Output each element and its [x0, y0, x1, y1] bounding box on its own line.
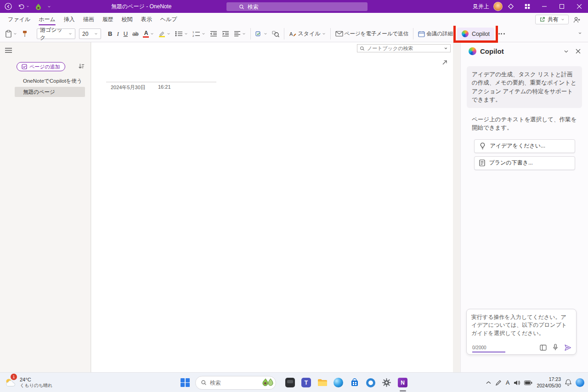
undo-icon[interactable] [18, 3, 29, 10]
strikethrough-button[interactable]: ab [130, 28, 141, 40]
notebook-search[interactable] [357, 44, 451, 52]
send-icon[interactable] [564, 344, 571, 351]
share-button[interactable]: 共有 [535, 15, 569, 24]
idea-icon [479, 142, 486, 150]
meeting-details-button[interactable]: 会議の詳細 [416, 28, 455, 40]
indent-button[interactable] [220, 28, 232, 40]
bell-icon[interactable] [565, 379, 571, 386]
settings-icon[interactable] [379, 374, 395, 392]
char-counter: 0/2000 [472, 345, 486, 350]
bullet-list-button[interactable] [173, 28, 190, 40]
share-label: 共有 [548, 16, 559, 23]
format-painter-button[interactable] [19, 28, 30, 40]
italic-button[interactable]: I [114, 28, 121, 40]
underline-button[interactable]: U [121, 28, 130, 40]
dark-app-icon[interactable] [282, 374, 298, 392]
prompt-guide-icon[interactable] [540, 345, 547, 351]
align-button[interactable] [232, 28, 248, 40]
avocado-icon[interactable] [35, 3, 41, 10]
navigation-menu-icon[interactable] [3, 45, 13, 55]
search-icon [360, 46, 365, 51]
apps-grid-icon[interactable] [524, 3, 531, 10]
expand-page-icon[interactable] [441, 59, 448, 66]
styles-label: スタイル [298, 30, 320, 38]
clock[interactable]: 17:23 2024/05/30 [537, 376, 561, 389]
battery-icon[interactable] [524, 381, 532, 385]
svg-text:1: 1 [192, 31, 194, 34]
titlebar-search-input[interactable] [248, 4, 344, 10]
prompt-card-draft[interactable]: プランの下書き... [474, 156, 575, 170]
tab-view[interactable]: 表示 [137, 13, 156, 26]
taskbar-search[interactable] [195, 376, 276, 390]
mic-icon[interactable] [553, 344, 558, 351]
onenote-icon[interactable]: N [395, 374, 411, 392]
page-list-item[interactable]: OneNoteでCopilotを使う [0, 75, 90, 86]
taskbar-apps: T N [282, 374, 411, 392]
tab-history[interactable]: 履歴 [98, 13, 118, 26]
font-name-select[interactable]: 游ゴシック [37, 28, 75, 39]
ribbon: 游ゴシック 20 B I U ab A 12 [0, 26, 588, 42]
start-button[interactable] [177, 375, 193, 391]
teams-icon[interactable]: T [298, 374, 314, 392]
font-color-button[interactable]: A [141, 28, 156, 40]
user-plus-icon[interactable] [571, 15, 582, 24]
collapse-ribbon-icon[interactable] [578, 31, 582, 35]
sort-pages-icon[interactable] [78, 63, 85, 69]
find-tags-button[interactable] [270, 28, 282, 40]
tab-home[interactable]: ホーム [34, 13, 60, 26]
tab-help[interactable]: ヘルプ [156, 13, 181, 26]
weather-widget[interactable]: 1 24°C くもりのち晴れ [3, 375, 55, 391]
maximize-button[interactable] [553, 0, 571, 13]
back-icon[interactable] [5, 3, 12, 10]
system-tray: A 17:23 2024/05/30 [486, 373, 584, 392]
ime-indicator[interactable]: A [506, 380, 509, 386]
styles-button[interactable]: A スタイル [287, 28, 328, 40]
store-icon[interactable] [346, 374, 362, 392]
font-size-select[interactable]: 20 [79, 28, 101, 39]
titlebar-search[interactable] [226, 2, 368, 11]
user-name[interactable]: 見并上 [473, 3, 489, 11]
prompt-card-idea[interactable]: アイデアをください... [474, 139, 575, 153]
copilot-badge-icon[interactable] [576, 378, 584, 387]
add-page-button[interactable]: ページの追加 [17, 62, 65, 71]
tab-insert[interactable]: 挿入 [60, 13, 79, 26]
outdent-button[interactable] [208, 28, 220, 40]
tab-review[interactable]: 校閲 [118, 13, 137, 26]
pen-icon[interactable] [495, 380, 502, 386]
close-icon[interactable] [576, 49, 581, 54]
user-avatar[interactable] [493, 2, 503, 11]
email-page-button[interactable]: ページを電子メールで送信 [333, 28, 411, 40]
copilot-input-textarea[interactable] [467, 309, 576, 337]
notebook-search-input[interactable] [367, 45, 441, 51]
more-options-button[interactable] [494, 33, 509, 34]
highlight-icon [158, 30, 165, 37]
diamond-icon[interactable] [508, 3, 514, 10]
file-explorer-icon[interactable] [314, 374, 330, 392]
copilot-ribbon-button[interactable]: Copilot [457, 28, 494, 40]
blue-app-icon[interactable] [362, 374, 379, 392]
note-canvas[interactable]: 2024年5月30日 16:21 [91, 42, 453, 372]
highlight-button[interactable] [156, 28, 173, 40]
chevron-down-icon[interactable] [564, 49, 569, 53]
edge-icon[interactable] [330, 374, 346, 392]
avocado-sticker-icon [262, 378, 274, 388]
copilot-logo-icon [469, 47, 476, 55]
bold-button[interactable]: B [106, 28, 114, 40]
chevron-down-icon[interactable] [444, 46, 448, 50]
tab-file[interactable]: ファイル [4, 13, 34, 26]
taskbar-search-input[interactable] [210, 380, 259, 386]
email-icon [335, 31, 343, 37]
copilot-input-box[interactable]: 0/2000 [466, 309, 577, 355]
note-tag-button[interactable] [253, 28, 270, 40]
tray-chevron-icon[interactable] [486, 381, 491, 384]
page-list-item-selected[interactable]: 無題のページ [15, 87, 85, 97]
qat-caret-icon[interactable] [47, 5, 51, 8]
page-date: 2024年5月30日 [111, 84, 146, 91]
volume-icon[interactable] [514, 380, 520, 386]
tab-draw[interactable]: 描画 [79, 13, 98, 26]
close-button[interactable] [571, 0, 588, 13]
styles-icon: A [289, 31, 296, 37]
minimize-button[interactable] [536, 0, 553, 13]
numbered-list-button[interactable]: 12 [190, 28, 208, 40]
paste-button[interactable] [3, 28, 19, 40]
